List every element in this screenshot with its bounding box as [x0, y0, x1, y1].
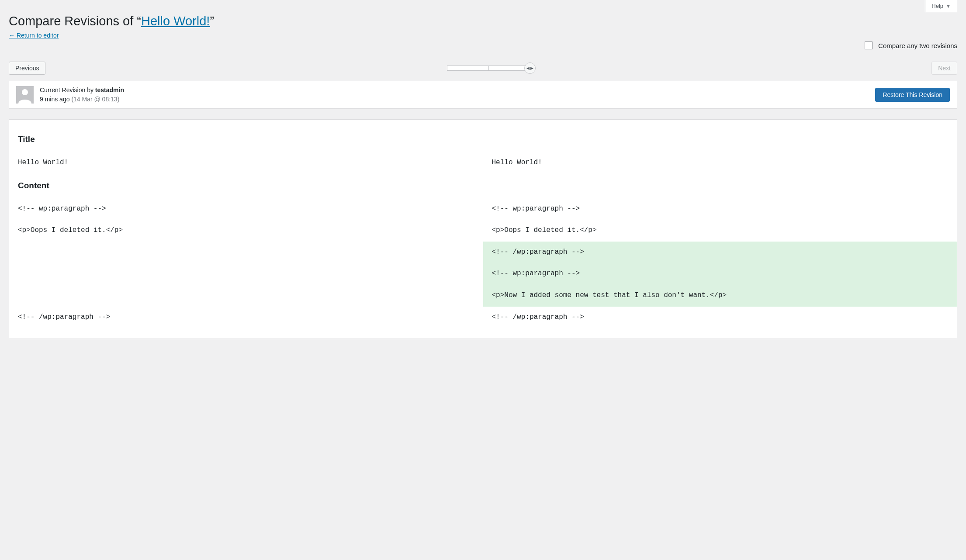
diff-title-right: Hello World! — [483, 152, 957, 174]
page-title-suffix: ” — [210, 14, 214, 28]
revision-meta-bar: Current Revision by testadmin 9 mins ago… — [9, 81, 957, 109]
table-row: <!-- /wp:paragraph --><!-- /wp:paragraph… — [9, 307, 957, 328]
diff-content-heading: Content — [18, 181, 948, 190]
compare-any-row: Compare any two revisions — [863, 40, 957, 51]
revision-time-absolute: (14 Mar @ 08:13) — [71, 96, 119, 103]
diff-content-table: <!-- wp:paragraph --><!-- wp:paragraph -… — [9, 198, 957, 328]
next-button: Next — [931, 62, 957, 75]
diff-cell-left — [9, 263, 483, 285]
revision-meta-text: Current Revision by testadmin 9 mins ago… — [40, 86, 869, 104]
diff-title-left: Hello World! — [9, 152, 483, 174]
return-to-editor-link[interactable]: ← Return to editor — [9, 32, 59, 39]
revision-by-prefix: Current Revision by — [40, 86, 95, 93]
svg-point-1 — [22, 89, 28, 95]
table-row: <p>Now I added some new test that I also… — [9, 285, 957, 307]
arrow-left-icon: ◀ — [526, 66, 530, 70]
diff-title-heading: Title — [18, 135, 948, 144]
diff-cell-left: <!-- wp:paragraph --> — [9, 198, 483, 220]
revision-nav: Previous ◀ ▶ Next — [9, 62, 957, 75]
table-row: <!-- /wp:paragraph --> — [9, 242, 957, 263]
page-title: Compare Revisions of “Hello World!” — [9, 14, 957, 28]
revision-author: testadmin — [95, 86, 124, 93]
revision-time-relative: 9 mins ago — [40, 96, 69, 103]
post-title-link[interactable]: Hello World! — [141, 14, 210, 28]
slider-track[interactable]: ◀ ▶ — [447, 66, 530, 71]
previous-button[interactable]: Previous — [9, 62, 45, 75]
chevron-down-icon: ▼ — [946, 3, 951, 9]
diff-cell-right: <!-- wp:paragraph --> — [483, 198, 957, 220]
diff-cell-left — [9, 242, 483, 263]
arrow-right-icon: ▶ — [530, 66, 533, 70]
slider-handle[interactable]: ◀ ▶ — [524, 62, 536, 74]
diff-cell-right: <!-- wp:paragraph --> — [483, 263, 957, 285]
diff-cell-right: <p>Now I added some new test that I also… — [483, 285, 957, 307]
help-label: Help — [931, 3, 943, 9]
avatar — [16, 86, 34, 104]
diff-panel: Title Hello World! Hello World! Content … — [9, 119, 957, 339]
diff-cell-left: <!-- /wp:paragraph --> — [9, 307, 483, 328]
table-row: <!-- wp:paragraph --><!-- wp:paragraph -… — [9, 198, 957, 220]
diff-cell-left — [9, 285, 483, 307]
table-row: <!-- wp:paragraph --> — [9, 263, 957, 285]
diff-title-table: Hello World! Hello World! — [9, 152, 957, 174]
person-icon — [16, 86, 34, 104]
table-row: Hello World! Hello World! — [9, 152, 957, 174]
diff-cell-right: <p>Oops I deleted it.</p> — [483, 220, 957, 242]
page-title-prefix: Compare Revisions of “ — [9, 14, 141, 28]
compare-any-checkbox[interactable] — [865, 41, 873, 49]
revision-slider[interactable]: ◀ ▶ — [447, 66, 530, 71]
diff-cell-left: <p>Oops I deleted it.</p> — [9, 220, 483, 242]
diff-cell-right: <!-- /wp:paragraph --> — [483, 307, 957, 328]
diff-cell-right: <!-- /wp:paragraph --> — [483, 242, 957, 263]
help-tab[interactable]: Help ▼ — [925, 0, 957, 12]
table-row: <p>Oops I deleted it.</p><p>Oops I delet… — [9, 220, 957, 242]
slider-tick — [488, 66, 489, 70]
compare-any-label[interactable]: Compare any two revisions — [878, 42, 957, 49]
restore-revision-button[interactable]: Restore This Revision — [875, 88, 950, 102]
